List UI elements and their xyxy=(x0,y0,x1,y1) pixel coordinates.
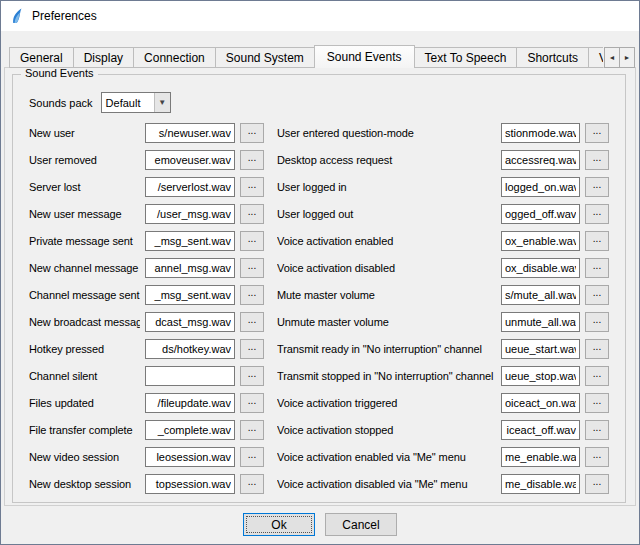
input-user-logged-in[interactable] xyxy=(501,177,580,197)
input-voice-activation-triggered[interactable] xyxy=(501,393,580,413)
browse-button[interactable]: ... xyxy=(240,285,264,305)
input-user-entered-question-mode[interactable] xyxy=(501,123,580,143)
input-user-logged-out[interactable] xyxy=(501,204,580,224)
browse-button[interactable]: ... xyxy=(585,474,609,494)
input-hotkey-pressed[interactable] xyxy=(145,339,235,359)
browse-button[interactable]: ... xyxy=(585,204,609,224)
right-column: User entered question-mode ... Desktop a… xyxy=(277,123,609,494)
input-voice-activation-disabled-me-menu[interactable] xyxy=(501,474,580,494)
browse-button[interactable]: ... xyxy=(240,231,264,251)
label-hotkey-pressed: Hotkey pressed xyxy=(29,343,140,355)
browse-button[interactable]: ... xyxy=(585,177,609,197)
preferences-dialog: Preferences General Display Connection S… xyxy=(0,0,640,545)
input-transmit-stopped[interactable] xyxy=(501,366,580,386)
browse-button[interactable]: ... xyxy=(240,339,264,359)
input-server-lost[interactable] xyxy=(145,177,235,197)
input-new-video-session[interactable] xyxy=(145,447,235,467)
label-user-logged-out: User logged out xyxy=(277,208,496,220)
tab-video[interactable]: Video xyxy=(588,47,603,68)
input-new-channel-message[interactable] xyxy=(145,258,235,278)
sound-events-page: Sound Events Sounds pack Default ▼ New u… xyxy=(4,67,636,506)
browse-button[interactable]: ... xyxy=(240,474,264,494)
tab-text-to-speech[interactable]: Text To Speech xyxy=(414,47,518,68)
label-voice-activation-stopped: Voice activation stopped xyxy=(277,424,496,436)
tab-connection[interactable]: Connection xyxy=(133,47,216,68)
groupbox-title: Sound Events xyxy=(21,67,98,79)
input-desktop-access-request[interactable] xyxy=(501,150,580,170)
tab-general[interactable]: General xyxy=(9,47,74,68)
left-column: New user ... User removed ... Server los… xyxy=(29,123,264,494)
browse-button[interactable]: ... xyxy=(240,150,264,170)
browse-button[interactable]: ... xyxy=(240,393,264,413)
arrow-left-icon: ◄ xyxy=(609,54,616,61)
input-user-removed[interactable] xyxy=(145,150,235,170)
input-private-message-sent[interactable] xyxy=(145,231,235,251)
browse-button[interactable]: ... xyxy=(585,312,609,332)
tab-scroll-left-button[interactable]: ◄ xyxy=(604,47,620,68)
label-transmit-ready: Transmit ready in "No interruption" chan… xyxy=(277,343,496,355)
sound-events-groupbox: Sound Events Sounds pack Default ▼ New u… xyxy=(12,74,626,503)
label-user-removed: User removed xyxy=(29,154,140,166)
label-new-user-message: New user message xyxy=(29,208,140,220)
label-voice-activation-enabled: Voice activation enabled xyxy=(277,235,496,247)
ok-button[interactable]: Ok xyxy=(243,513,315,536)
browse-button[interactable]: ... xyxy=(240,123,264,143)
browse-button[interactable]: ... xyxy=(585,393,609,413)
label-channel-silent: Channel silent xyxy=(29,370,140,382)
input-new-user[interactable] xyxy=(145,123,235,143)
input-voice-activation-stopped[interactable] xyxy=(501,420,580,440)
label-server-lost: Server lost xyxy=(29,181,140,193)
input-new-broadcast-message[interactable] xyxy=(145,312,235,332)
label-voice-activation-disabled-me-menu: Voice activation disabled via "Me" menu xyxy=(277,478,496,490)
browse-button[interactable]: ... xyxy=(585,150,609,170)
window-title: Preferences xyxy=(32,9,97,23)
browse-button[interactable]: ... xyxy=(240,420,264,440)
browse-button[interactable]: ... xyxy=(585,366,609,386)
label-new-channel-message: New channel message xyxy=(29,262,140,274)
input-mute-master-volume[interactable] xyxy=(501,285,580,305)
sounds-pack-select[interactable]: Default ▼ xyxy=(101,92,171,113)
browse-button[interactable]: ... xyxy=(585,339,609,359)
input-files-updated[interactable] xyxy=(145,393,235,413)
input-voice-activation-disabled[interactable] xyxy=(501,258,580,278)
tab-bar: General Display Connection Sound System … xyxy=(9,45,603,68)
sounds-pack-row: Sounds pack Default ▼ xyxy=(29,92,171,113)
browse-button[interactable]: ... xyxy=(585,123,609,143)
cancel-button[interactable]: Cancel xyxy=(325,513,397,536)
input-channel-message-sent[interactable] xyxy=(145,285,235,305)
input-voice-activation-enabled-me-menu[interactable] xyxy=(501,447,580,467)
browse-button[interactable]: ... xyxy=(585,285,609,305)
label-desktop-access-request: Desktop access request xyxy=(277,154,496,166)
input-file-transfer-complete[interactable] xyxy=(145,420,235,440)
browse-button[interactable]: ... xyxy=(240,258,264,278)
label-private-message-sent: Private message sent xyxy=(29,235,140,247)
arrow-right-icon: ► xyxy=(624,54,631,61)
input-unmute-master-volume[interactable] xyxy=(501,312,580,332)
label-channel-message-sent: Channel message sent xyxy=(29,289,140,301)
label-voice-activation-triggered: Voice activation triggered xyxy=(277,397,496,409)
browse-button[interactable]: ... xyxy=(585,258,609,278)
browse-button[interactable]: ... xyxy=(240,204,264,224)
input-voice-activation-enabled[interactable] xyxy=(501,231,580,251)
tab-shortcuts[interactable]: Shortcuts xyxy=(516,47,589,68)
tab-scroll-right-button[interactable]: ► xyxy=(619,47,635,68)
browse-button[interactable]: ... xyxy=(585,447,609,467)
browse-button[interactable]: ... xyxy=(585,231,609,251)
input-channel-silent[interactable] xyxy=(145,366,235,386)
input-new-desktop-session[interactable] xyxy=(145,474,235,494)
browse-button[interactable]: ... xyxy=(240,177,264,197)
sounds-pack-value: Default xyxy=(102,97,154,109)
label-voice-activation-enabled-me-menu: Voice activation enabled via "Me" menu xyxy=(277,451,496,463)
browse-button[interactable]: ... xyxy=(240,447,264,467)
tab-sound-events[interactable]: Sound Events xyxy=(314,45,415,68)
input-transmit-ready[interactable] xyxy=(501,339,580,359)
browse-button[interactable]: ... xyxy=(240,312,264,332)
tab-display[interactable]: Display xyxy=(73,47,134,68)
titlebar: Preferences xyxy=(1,1,639,31)
browse-button[interactable]: ... xyxy=(585,420,609,440)
input-new-user-message[interactable] xyxy=(145,204,235,224)
chevron-down-icon: ▼ xyxy=(154,93,170,112)
tab-sound-system[interactable]: Sound System xyxy=(215,47,315,68)
label-transmit-stopped: Transmit stopped in "No interruption" ch… xyxy=(277,370,496,382)
browse-button[interactable]: ... xyxy=(240,366,264,386)
